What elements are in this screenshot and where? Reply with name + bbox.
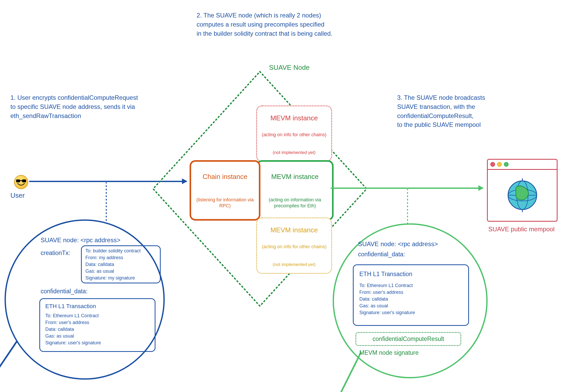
ethtx-title-left: ETH L1 Transaction [45,302,96,310]
magnifier-left-content: SUAVE node: <rpc address> creationTx: To… [25,227,168,236]
svg-line-12 [335,353,361,392]
mevm-main-subtitle: (acting on information via precompiles f… [258,197,332,209]
suave-node-label: SUAVE Node [269,63,310,73]
creation-tx-box: To: builder solidity contract From: my a… [81,245,161,283]
chain-title: Chain instance [191,173,259,181]
mevm-top-title: MEVM instance [257,114,331,122]
ethtx-from-right: From: user's address [359,289,403,295]
ctx-to: To: builder solidity contract [85,248,141,254]
chain-subtitle: (listening for information via RPC) [191,197,259,209]
mempool-titlebar [488,160,557,170]
suave-public-mempool-window [487,159,558,222]
confidential-data-label-right: confidential_data: [358,250,405,259]
eth-tx-box-left: ETH L1 Transaction To: Ethereum L1 Contr… [39,298,155,352]
user-smiley-icon [14,175,28,189]
ethtx-sig-right: Signature: user's signature [359,309,415,316]
ctx-from: From: my address [85,254,123,261]
arrow-user-to-node [29,181,187,182]
ethtx-gas-right: Gas: as usual [359,303,388,309]
mevm-instance-other-top: MEVM instance (acting on info for other … [256,105,332,162]
ccr-label: confidentialComputeResult [373,335,444,342]
window-close-dot [490,162,495,167]
ethtx-to-right: To: Ethereum L1 Contract [359,282,413,289]
sunglasses-icon [16,179,26,183]
smile-icon [17,183,25,187]
window-max-dot [504,162,509,167]
ethtx-from-left: From: user's address [45,319,89,326]
eth-tx-box-right: ETH L1 Transaction To: Ethereum L1 Contr… [353,264,469,326]
mag-left-header: SUAVE node: <rpc address> [41,236,184,245]
ethtx-title-right: ETH L1 Transaction [359,270,412,278]
confidential-data-label-left: confidential_data: [41,287,87,296]
ethtx-sig-left: Signature: user's signature [45,340,101,346]
diagram-canvas: 1. User encrypts confidentialComputeRequ… [0,0,588,392]
window-min-dot [497,162,502,167]
confidential-compute-result: confidentialComputeResult [355,332,461,346]
ethtx-data-right: Data: calldata [359,296,388,302]
ctx-gas: Gas: as usual [85,268,114,274]
mevm-top-subtitle: (acting on info for other chains) [257,132,331,138]
mevm-node-signature-label: MEVM node signature [359,349,419,357]
svg-line-10 [0,341,17,392]
mevm-top-note: (not implemented yet) [257,150,331,155]
chain-instance: Chain instance (listening for informatio… [190,160,260,221]
arrow-node-to-mempool [331,188,483,189]
ethtx-gas-left: Gas: as usual [45,333,74,339]
step3-annotation: 3. The SUAVE node broadcasts SUAVE trans… [397,93,485,129]
ctx-data: Data: calldata [85,261,114,267]
ethtx-to-left: To: Ethereum L1 Contract [45,313,99,319]
globe-icon [503,176,542,215]
mevm-instance-eth: MEVM instance (acting on information via… [256,160,334,221]
step1-annotation: 1. User encrypts confidentialComputeRequ… [10,93,138,120]
ethtx-data-left: Data: calldata [45,326,74,332]
mevm-main-title: MEVM instance [258,173,332,181]
step2-annotation: 2. The SUAVE node (which is really 2 nod… [197,11,333,38]
mag-right-header: SUAVE node: <rpc address> [358,240,438,249]
user-label: User [10,191,25,201]
creation-tx-label: creationTx: [41,249,70,257]
ctx-sig: Signature: my signature [85,275,135,281]
